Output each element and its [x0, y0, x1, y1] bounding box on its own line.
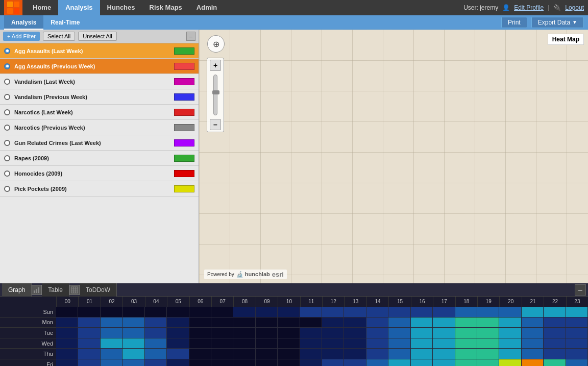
sub-tab-realtime[interactable]: Real-Time [43, 15, 87, 30]
select-all-button[interactable]: Select All [43, 32, 75, 41]
zoom-handle[interactable] [212, 90, 219, 94]
sub-tab-analysis[interactable]: Analysis [4, 15, 43, 30]
grid-cell-4-19 [477, 349, 499, 359]
filter-item-2[interactable]: Vandalism (Last Week) [0, 74, 199, 89]
add-filter-button[interactable]: + Add Filter [3, 32, 40, 41]
filter-swatch-9 [174, 185, 194, 192]
filter-swatch-2 [174, 78, 194, 85]
filter-item-8[interactable]: Homocides (2009) [0, 166, 199, 181]
grid-cell-3-3 [122, 338, 144, 349]
filter-swatch-7 [174, 155, 194, 162]
print-button[interactable]: Print [501, 17, 527, 28]
grid-cell-1-20 [499, 318, 521, 328]
col-header-05: 05 [167, 297, 189, 307]
grid-cell-0-6 [189, 307, 211, 317]
filter-label-5: Narcotics (Previous Week) [14, 125, 170, 131]
grid-cell-5-8 [233, 359, 255, 366]
filter-label-1: Agg Assaults (Previous Week) [14, 63, 170, 69]
grid-cell-5-7 [211, 359, 233, 366]
filter-radio-9[interactable] [4, 186, 10, 192]
grid-cell-5-14 [366, 359, 388, 366]
filter-item-1[interactable]: Agg Assaults (Previous Week) [0, 59, 199, 74]
powered-by-label: Powered by 🔬 hunchlab esri [204, 270, 287, 279]
grid-cell-1-1 [78, 318, 100, 328]
filter-radio-3[interactable] [4, 94, 10, 100]
grid-cell-0-1 [78, 307, 100, 317]
filter-label-0: Agg Assaults (Last Week) [14, 48, 170, 54]
filter-radio-6[interactable] [4, 140, 10, 146]
filter-item-7[interactable]: Rapes (2009) [0, 151, 199, 166]
nav-admin[interactable]: Admin [189, 0, 224, 15]
map-area[interactable]: Heat Map [199, 30, 588, 283]
row-label-mon: Mon [0, 318, 56, 328]
grid-cell-4-5 [167, 349, 189, 359]
grid-cell-1-2 [101, 318, 122, 328]
nav-analysis[interactable]: Analysis [58, 0, 100, 15]
grid-cell-2-20 [499, 328, 521, 338]
app-logo [4, 0, 22, 15]
top-nav-right: User: jeremy 👤 Edit Profile | 🔌 Logout [463, 4, 584, 11]
filter-radio-0[interactable] [4, 48, 10, 54]
filter-swatch-0 [174, 47, 194, 55]
user-icon: 👤 [502, 4, 510, 11]
filter-item-6[interactable]: Gun Related Crimes (Last Week) [0, 135, 199, 151]
filter-radio-4[interactable] [4, 109, 10, 115]
bottom-collapse-button[interactable]: – [575, 284, 586, 296]
sub-nav-actions: Print Export Data ▼ [501, 17, 584, 28]
grid-cell-2-2 [101, 328, 122, 338]
edit-profile-link[interactable]: Edit Profile [514, 4, 544, 11]
grid-cell-5-1 [78, 359, 100, 366]
bottom-tab-table-icon[interactable] [69, 285, 80, 295]
grid-cell-4-12 [322, 349, 344, 359]
grid-cell-3-9 [256, 338, 278, 349]
bottom-tab-table[interactable]: Table [42, 283, 69, 297]
col-header-19: 19 [477, 297, 499, 307]
grid-cell-5-0 [56, 359, 78, 366]
grid-cell-4-0 [56, 349, 78, 359]
nav-risk-maps[interactable]: Risk Maps [142, 0, 189, 15]
filter-item-3[interactable]: Vandalism (Previous Week) [0, 89, 199, 105]
grid-cell-2-0 [56, 328, 78, 338]
grid-cell-1-0 [56, 318, 78, 328]
zoom-in-button[interactable]: + [210, 60, 221, 71]
grid-cell-2-21 [522, 328, 544, 338]
grid-cell-1-12 [322, 318, 344, 328]
filter-radio-5[interactable] [4, 125, 10, 131]
bottom-tab-graph-icon[interactable] [32, 285, 42, 295]
grid-cell-3-20 [499, 338, 521, 349]
map-compass[interactable]: ⊕ [207, 35, 225, 53]
grid-cell-4-10 [278, 349, 300, 359]
grid-cell-2-19 [477, 328, 499, 338]
collapse-panel-button[interactable]: – [186, 32, 195, 41]
bottom-panel: Graph Table ToDDoW – [0, 283, 588, 366]
row-labels: SunMonTueWedThuFriSat [0, 297, 56, 366]
filter-radio-1[interactable] [4, 63, 10, 69]
filter-item-5[interactable]: Narcotics (Previous Week) [0, 120, 199, 135]
col-header-18: 18 [455, 297, 477, 307]
filter-radio-2[interactable] [4, 79, 10, 85]
grid-cell-1-16 [411, 318, 433, 328]
grid-cell-1-11 [300, 318, 322, 328]
nav-home[interactable]: Home [26, 0, 58, 15]
compass-circle[interactable]: ⊕ [207, 35, 225, 53]
grid-cell-3-7 [211, 338, 233, 349]
bottom-tab-graph[interactable]: Graph [2, 283, 32, 297]
filter-item-0[interactable]: Agg Assaults (Last Week) [0, 43, 199, 59]
grid-cell-2-15 [388, 328, 410, 338]
grid-cell-2-18 [455, 328, 477, 338]
zoom-out-button[interactable]: – [210, 119, 221, 130]
grid-cell-3-5 [167, 338, 189, 349]
filter-radio-7[interactable] [4, 155, 10, 161]
nav-hunches[interactable]: Hunches [100, 0, 142, 15]
unselect-all-button[interactable]: Unselect All [78, 32, 116, 41]
logout-link[interactable]: Logout [565, 4, 584, 11]
filter-radio-8[interactable] [4, 170, 10, 177]
grid-cell-1-9 [256, 318, 278, 328]
filter-label-8: Homocides (2009) [14, 170, 170, 177]
filter-item-4[interactable]: Narcotics (Last Week) [0, 105, 199, 120]
export-dropdown-arrow: ▼ [572, 18, 577, 27]
filter-item-9[interactable]: Pick Pockets (2009) [0, 181, 199, 197]
bottom-tab-todoow[interactable]: ToDDoW [80, 283, 117, 297]
grid-cell-2-10 [278, 328, 300, 338]
export-button[interactable]: Export Data ▼ [531, 17, 584, 28]
